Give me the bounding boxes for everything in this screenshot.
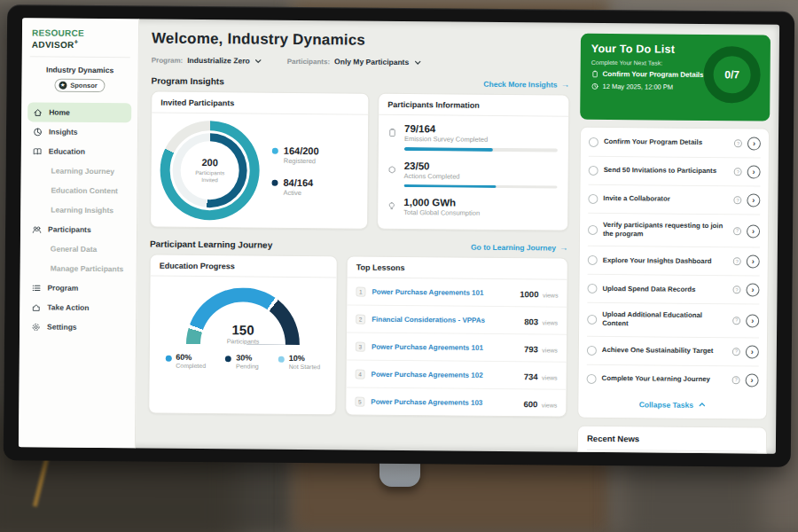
chevron-right-icon[interactable]: › (746, 373, 759, 387)
task-row[interactable]: Upload Additional Educational Content ? … (587, 303, 759, 338)
go-to-learning-journey-link[interactable]: Go to Learning Journey → (471, 242, 568, 253)
lesson-views: 1000 (520, 289, 538, 299)
recent-news-card: Recent News (577, 425, 767, 453)
sidebar-item-home[interactable]: Home (27, 103, 131, 123)
sidebar-item-education[interactable]: Education (27, 142, 131, 162)
education-progress-body: 150 Participants 60% Completed 30% (150, 277, 337, 376)
task-checkbox[interactable] (588, 224, 598, 234)
views-suffix: views (543, 292, 559, 298)
task-label: Send 50 Invitations to Participants (604, 166, 729, 176)
program-filter-value: Industrialize Zero (187, 56, 249, 66)
participants-information-card: Participants Information 79/164 Emission… (377, 93, 569, 231)
legend-label: Pending (236, 363, 259, 369)
filter-bar: Program: Industrialize Zero Participants… (152, 56, 570, 68)
check-more-insights-link[interactable]: Check More Insights → (483, 79, 569, 90)
info-icon[interactable]: ? (734, 139, 742, 147)
app-logo: RESOURCE ADVISOR+ (28, 27, 132, 50)
participants-filter-dropdown[interactable]: Participants: Only My Participants (287, 57, 422, 66)
invited-participants-body: 200 Participants Invited 164/200 Registe… (151, 113, 368, 229)
info-icon[interactable]: ? (732, 376, 740, 384)
program-filter-dropdown[interactable]: Program: Industrialize Zero (152, 56, 262, 66)
sidebar-item-education-content[interactable]: Education Content (27, 181, 130, 201)
logo-primary: RESOURCE (32, 27, 84, 38)
task-checkbox[interactable] (588, 194, 598, 204)
chevron-right-icon[interactable]: › (747, 255, 760, 269)
logo-secondary: ADVISOR (32, 40, 74, 50)
chevron-right-icon[interactable]: › (747, 137, 761, 150)
sidebar-item-program[interactable]: Program (26, 278, 129, 299)
legend-dot (278, 356, 285, 363)
lesson-link[interactable]: Power Purchase Agreements 101 (372, 342, 518, 351)
sidebar-item-label: Education Content (51, 186, 118, 196)
stat-label: Actions Completed (404, 172, 558, 182)
program-insights-cards: Invited Participants 200 Participants In… (150, 91, 569, 231)
sidebar-item-manage-participants[interactable]: Manage Participants (27, 259, 130, 279)
info-icon[interactable]: ? (733, 227, 741, 235)
chevron-right-icon[interactable]: › (747, 193, 760, 207)
home-icon (33, 107, 43, 117)
task-row[interactable]: Achieve One Sustainability Target ? › (587, 336, 759, 366)
sponsor-icon: ★ (59, 82, 66, 90)
task-checkbox[interactable] (587, 315, 597, 325)
lesson-views: 734 (524, 372, 538, 381)
progress-bar (403, 184, 557, 189)
task-row[interactable]: Explore Your Insights Dashboard ? › (588, 246, 760, 277)
task-row[interactable]: Verify participants requesting to join t… (588, 214, 760, 248)
sidebar-item-learning-journey[interactable]: Learning Journey (27, 161, 131, 182)
chevron-right-icon[interactable]: › (747, 165, 761, 178)
info-icon[interactable]: ? (734, 168, 742, 176)
task-checkbox[interactable] (587, 373, 597, 383)
todo-next-task: Confirm Your Program Details (603, 70, 704, 79)
info-icon[interactable]: ? (732, 348, 740, 356)
sidebar-item-insights[interactable]: Insights (27, 122, 131, 143)
sidebar: RESOURCE ADVISOR+ Industry Dynamics ★ Sp… (19, 18, 139, 448)
card-title: Top Lessons (348, 256, 567, 279)
legend-item-completed: 60% Completed (165, 353, 206, 369)
lesson-link[interactable]: Financial Considerations - VPPAs (372, 315, 518, 324)
collapse-tasks-link[interactable]: Collapse Tasks (586, 392, 758, 418)
task-checkbox[interactable] (587, 284, 597, 293)
task-row[interactable]: Upload Spend Data Records ? › (587, 275, 759, 305)
link-label: Go to Learning Journey (471, 242, 556, 252)
sponsor-badge[interactable]: ★ Sponsor (54, 79, 106, 93)
lesson-link[interactable]: Power Purchase Agreements 101 (372, 287, 513, 296)
sidebar-item-learning-insights[interactable]: Learning Insights (27, 200, 130, 221)
task-label: Confirm Your Program Details (604, 137, 729, 147)
donut-center-caption: Participants Invited (187, 169, 233, 184)
program-insights-header: Program Insights Check More Insights → (151, 76, 569, 90)
task-checkbox[interactable] (587, 345, 597, 355)
info-icon[interactable]: ? (732, 286, 740, 294)
chevron-right-icon[interactable]: › (746, 284, 759, 297)
task-checkbox[interactable] (589, 137, 598, 147)
chevron-right-icon[interactable]: › (747, 224, 760, 238)
task-row[interactable]: Complete Your Learning Journey ? › (586, 364, 758, 394)
stat-value: 23/50 (404, 160, 558, 173)
legend-dot (271, 180, 278, 186)
sidebar-item-participants[interactable]: Participants (27, 220, 130, 240)
clock-icon (591, 82, 598, 90)
chevron-right-icon[interactable]: › (746, 345, 759, 358)
task-checkbox[interactable] (589, 166, 598, 176)
progress-fill (404, 147, 493, 151)
chevron-right-icon[interactable]: › (746, 314, 759, 327)
info-icon[interactable]: ? (733, 258, 741, 266)
lesson-row: 3 Power Purchase Agreements 101 793 view… (347, 332, 567, 362)
divider (30, 57, 130, 59)
info-icon[interactable]: ? (733, 196, 741, 204)
stat-total-consumption: 1,000 GWh Total Global Consumption (387, 197, 557, 218)
progress-fill (403, 184, 496, 188)
sidebar-item-general-data[interactable]: General Data (27, 239, 130, 260)
sidebar-item-settings[interactable]: Settings (26, 317, 129, 338)
sidebar-item-label: Home (49, 108, 70, 117)
task-row[interactable]: Invite a Collaborator ? › (588, 185, 760, 215)
task-row[interactable]: Confirm Your Program Details ? › (589, 129, 761, 159)
lesson-row: 2 Financial Considerations - VPPAs 803 v… (347, 305, 567, 334)
sidebar-item-label: Learning Insights (51, 206, 113, 215)
info-icon[interactable]: ? (732, 317, 740, 325)
lesson-link[interactable]: Power Purchase Agreements 103 (371, 397, 517, 406)
task-row[interactable]: Send 50 Invitations to Participants ? › (589, 157, 761, 187)
lesson-link[interactable]: Power Purchase Agreements 102 (372, 370, 518, 379)
dashboard-screen: RESOURCE ADVISOR+ Industry Dynamics ★ Sp… (19, 18, 779, 453)
sidebar-item-take-action[interactable]: Take Action (26, 298, 129, 318)
task-checkbox[interactable] (588, 255, 598, 265)
